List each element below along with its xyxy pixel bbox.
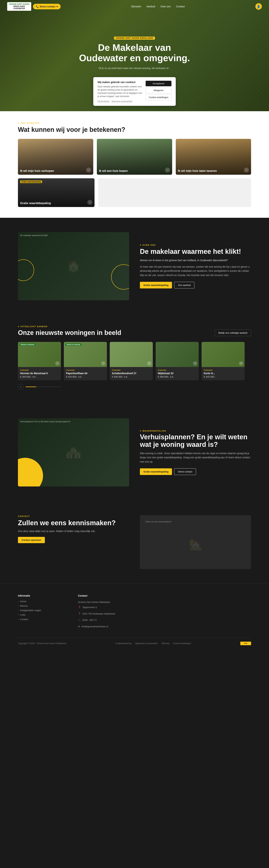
about-img-inner: 🏠 [18,232,129,300]
algemene-link[interactable]: Algemene voorwaarden [111,100,132,102]
heart-icon: ♡ [239,361,243,366]
waarde-image: Verhuisplannen? En je wilt weten wat je … [18,418,129,487]
woning-info-4: Oudewater Wijdstraat 23 € 499.000,- k.k. [156,367,199,380]
cookie-settings-button[interactable]: Cookie-instellingen [146,94,171,100]
accept-cookie-button[interactable]: Accepteren [146,81,171,86]
contact-button[interactable]: Contact opnemen [18,537,45,543]
footer-grid: Informatie Home Nieuws Veelgestelde vrag… [18,594,251,631]
nav-diensten[interactable]: Diensten [131,5,141,8]
direct-contact-btn2[interactable]: Direct contact [174,468,196,475]
footer-link-contact[interactable]: Contact [18,618,71,621]
woning-card-1[interactable]: Nieuw in verkoop ♡ Oudewater Herman de M… [18,342,61,380]
footer: Informatie Home Nieuws Veelgestelde vrag… [0,583,269,651]
ons-aanbod-btn[interactable]: Ons aanbod [174,282,194,288]
woning-price-3: € 400.000,- k.k. [112,375,150,378]
dienst-verkopen-label: Ik wil mijn huis verkopen [20,169,54,173]
woning-card-2[interactable]: Nieuw in verkoop ♡ Oudewater Papenhoefla… [64,342,107,380]
scroll-prev-button[interactable]: ‹ [18,384,24,390]
woning-name-3: Schakenbosdreef 27 [112,372,150,375]
woning-info-5: Oudewater Korte H... € 445.000,- [202,367,245,380]
scroll-controls: ‹ [18,384,251,390]
woning-info-3: Oudewater Schakenbosdreef 27 € 400.000,-… [110,367,153,380]
woning-card-3[interactable]: ♡ Oudewater Schakenbosdreef 27 € 400.000… [110,342,153,380]
footer-informatie: Informatie Home Nieuws Veelgestelde vrag… [18,594,71,631]
location-icon: 📍 [78,605,81,609]
cookie-banner: Wij maken gebruik van cookies! Deze webs… [93,77,176,106]
footer-contact-title: Contact [78,594,131,597]
heart-icon: ♡ [193,361,197,366]
direct-contact-button[interactable]: 📞 Direct contact ▾ [33,4,61,9]
hero-subtitle: Of je nu op zoek bent naar een nieuwe wo… [75,67,194,70]
diensten-bottom: Gratis waardebepaling Gratis waardebepal… [18,178,251,207]
contact-left: CONTACT Zullen we eens kennismaken? Ons … [18,515,129,543]
sitemap-link[interactable]: Sitemap [161,642,169,645]
cookie-instellingen-link[interactable]: Cookie-instellingen [173,642,191,645]
footer-informatie-title: Informatie [18,594,71,597]
nav-links: Diensten Aanbod Over ons Contact [131,5,185,8]
diensten-tag-text: ONS DIENSTEN [21,122,40,124]
arrow-icon: → [244,167,249,173]
arrow-icon: → [165,167,170,173]
nav-contact[interactable]: Contact [176,5,185,8]
dienst-verkopen[interactable]: Ik wil mijn huis verkopen → [18,139,93,175]
dienst-taxeren[interactable]: Ik wil mijn huis laten taxeren → [176,139,251,175]
woning-price-2: € 425.000,- k.k. [66,375,105,378]
nav-over-ons[interactable]: Over ons [161,5,171,8]
contact-placeholder-img: 🏡 [145,526,246,562]
woning-img-4: ♡ [156,342,199,367]
woning-name-2: Papenhoeflaan 64 [66,372,105,375]
dienst-placeholder [98,178,251,207]
arrow-icon: → [86,167,91,173]
woning-city-1: Oudewater [20,369,59,371]
privacy-link[interactable]: Privacybeleid [98,100,109,102]
about-tag-text: OVER ONS [142,244,156,246]
footer-logo-small: GHH [240,642,251,645]
woning-city-5: Oudewater [204,369,242,371]
arrow-icon: → [87,200,92,205]
nav-aanbod[interactable]: Aanbod [146,5,155,8]
footer-link-links[interactable]: Links [18,614,71,616]
logo-text: GROENE HART HUIZEN [9,3,29,5]
waarde-text: Elke woning is uniek. Onze specialisten … [140,451,251,464]
about-section: 🏠 De makelaar waarmee het klikt! OVER ON… [0,218,269,315]
contact-image-area: Zullen we eens kennismaken? 🏡 [140,515,251,569]
direct-contact-label: Direct contact [40,5,56,8]
about-text: Al meer dan 40 jaar luisteren wij naar u… [140,265,251,278]
gratis-waardebepaling-btn[interactable]: Gratis waardebepaling [140,282,172,288]
footer-informatie-links: Home Nieuws Veelgestelde vragen Links Co… [18,600,71,621]
aanbod-tag-text: UITGELICHT AANBOD [21,326,48,328]
aanbod-section: UITGELICHT AANBOD Onze nieuwste woningen… [0,315,269,404]
woning-img-3: ♡ [110,342,153,367]
about-subtitle: Wonen om te leven in het groene hart van… [140,258,251,262]
aanbod-header: Onze nieuwste woningen in beeld Bekijk o… [18,329,251,337]
woning-img-5: ♡ [202,342,245,367]
user-avatar[interactable]: 👤 [256,3,262,10]
woning-info-1: Oudewater Herman de Manstraat 6 € 350.00… [18,367,61,380]
woning-name-1: Herman de Manstraat 6 [20,372,59,375]
logo-subtext: MAKELAARS [13,5,25,7]
diensten-tag: ONS DIENSTEN [18,122,251,124]
footer-link-nieuws[interactable]: Nieuws [18,604,71,607]
dienst-kopen[interactable]: Ik wil een huis kopen → [97,139,172,175]
scroll-thumb [26,386,36,387]
aanbod-tag: UITGELICHT AANBOD [18,326,251,328]
contact-section: CONTACT Zullen we eens kennismaken? Ons … [0,501,269,583]
about-content: OVER ONS De makelaar waarmee het klikt! … [140,244,251,288]
reject-cookie-button[interactable]: Weigeren [146,87,171,93]
copyright: Copyright © 2025 - Groene Hart Huizen Ma… [18,642,66,645]
footer-phone: 📞 0348 - 564 71 [78,618,131,623]
waarde-tag: WAARDEBEPALING [140,430,251,432]
view-all-button[interactable]: Bekijk ons volledige aanbod [215,330,251,336]
woning-city-2: Oudewater [66,369,105,371]
dienst-gratis[interactable]: Gratis waardebepaling Gratis waardebepal… [18,178,95,207]
woning-card-4[interactable]: ♡ Oudewater Wijdstraat 23 € 499.000,- k.… [156,342,199,380]
algemene-voorwaarden-link[interactable]: Algemene voorwaarden [135,642,158,645]
footer-link-faq[interactable]: Veelgestelde vragen [18,609,71,612]
footer-link-home[interactable]: Home [18,600,71,603]
contact-tag: CONTACT [18,515,129,517]
cookie-buttons: Accepteren Weigeren Cookie-instellingen [146,81,171,100]
gratis-btn[interactable]: Gratis waardebepaling [140,468,172,475]
cookieverklaring-link[interactable]: Cookieverklaring [115,642,131,645]
logo: GROENE HART HUIZEN MAKELAARS OUDEWATER [7,2,31,11]
woning-card-5[interactable]: ♡ Oudewater Korte H... € 445.000,- [202,342,245,380]
